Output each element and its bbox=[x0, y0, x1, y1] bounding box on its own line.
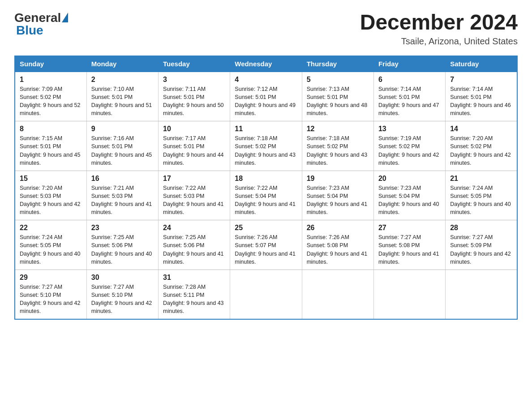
table-row: 25 Sunrise: 7:26 AMSunset: 5:07 PMDaylig… bbox=[230, 220, 302, 270]
table-row: 9 Sunrise: 7:16 AMSunset: 5:01 PMDayligh… bbox=[86, 121, 158, 171]
day-info: Sunrise: 7:18 AMSunset: 5:02 PMDaylight:… bbox=[307, 135, 368, 166]
table-row bbox=[373, 270, 445, 319]
day-info: Sunrise: 7:22 AMSunset: 5:04 PMDaylight:… bbox=[235, 185, 296, 215]
day-info: Sunrise: 7:27 AMSunset: 5:09 PMDaylight:… bbox=[450, 234, 511, 265]
header-friday: Friday bbox=[373, 56, 445, 72]
day-number: 23 bbox=[91, 224, 154, 232]
table-row bbox=[302, 270, 373, 319]
logo-triangle-icon bbox=[62, 13, 68, 22]
table-row: 31 Sunrise: 7:28 AMSunset: 5:11 PMDaylig… bbox=[159, 270, 230, 319]
table-row: 3 Sunrise: 7:11 AMSunset: 5:01 PMDayligh… bbox=[159, 72, 230, 121]
day-info: Sunrise: 7:13 AMSunset: 5:01 PMDaylight:… bbox=[307, 86, 368, 116]
table-row: 17 Sunrise: 7:22 AMSunset: 5:03 PMDaylig… bbox=[159, 171, 230, 220]
header-wednesday: Wednesday bbox=[230, 56, 302, 72]
day-info: Sunrise: 7:16 AMSunset: 5:01 PMDaylight:… bbox=[91, 135, 152, 166]
day-info: Sunrise: 7:14 AMSunset: 5:01 PMDaylight:… bbox=[450, 86, 511, 116]
day-number: 14 bbox=[450, 125, 512, 133]
day-number: 3 bbox=[163, 76, 225, 84]
table-row bbox=[230, 270, 302, 319]
day-number: 1 bbox=[20, 76, 82, 84]
day-number: 31 bbox=[163, 274, 225, 282]
day-info: Sunrise: 7:25 AMSunset: 5:06 PMDaylight:… bbox=[163, 234, 224, 265]
table-row: 5 Sunrise: 7:13 AMSunset: 5:01 PMDayligh… bbox=[302, 72, 373, 121]
day-number: 30 bbox=[91, 274, 154, 282]
day-info: Sunrise: 7:17 AMSunset: 5:01 PMDaylight:… bbox=[163, 135, 224, 166]
table-row: 10 Sunrise: 7:17 AMSunset: 5:01 PMDaylig… bbox=[159, 121, 230, 171]
day-number: 28 bbox=[450, 224, 512, 232]
day-number: 25 bbox=[235, 224, 297, 232]
day-number: 29 bbox=[20, 274, 82, 282]
day-number: 8 bbox=[20, 125, 82, 133]
day-info: Sunrise: 7:24 AMSunset: 5:05 PMDaylight:… bbox=[20, 234, 81, 265]
table-row: 1 Sunrise: 7:09 AMSunset: 5:02 PMDayligh… bbox=[15, 72, 86, 121]
table-row: 4 Sunrise: 7:12 AMSunset: 5:01 PMDayligh… bbox=[230, 72, 302, 121]
day-info: Sunrise: 7:18 AMSunset: 5:02 PMDaylight:… bbox=[235, 135, 296, 166]
table-row: 11 Sunrise: 7:18 AMSunset: 5:02 PMDaylig… bbox=[230, 121, 302, 171]
day-number: 11 bbox=[235, 125, 297, 133]
day-info: Sunrise: 7:26 AMSunset: 5:07 PMDaylight:… bbox=[235, 234, 296, 265]
day-number: 20 bbox=[378, 175, 441, 183]
day-number: 13 bbox=[378, 125, 441, 133]
table-row: 2 Sunrise: 7:10 AMSunset: 5:01 PMDayligh… bbox=[86, 72, 158, 121]
table-row: 19 Sunrise: 7:23 AMSunset: 5:04 PMDaylig… bbox=[302, 171, 373, 220]
table-row: 29 Sunrise: 7:27 AMSunset: 5:10 PMDaylig… bbox=[15, 270, 86, 319]
day-number: 4 bbox=[235, 76, 297, 84]
table-row: 18 Sunrise: 7:22 AMSunset: 5:04 PMDaylig… bbox=[230, 171, 302, 220]
day-number: 2 bbox=[91, 76, 154, 84]
day-number: 12 bbox=[307, 125, 369, 133]
day-number: 16 bbox=[91, 175, 154, 183]
calendar-week-row: 15 Sunrise: 7:20 AMSunset: 5:03 PMDaylig… bbox=[15, 171, 517, 220]
table-row: 24 Sunrise: 7:25 AMSunset: 5:06 PMDaylig… bbox=[159, 220, 230, 270]
day-info: Sunrise: 7:23 AMSunset: 5:04 PMDaylight:… bbox=[378, 185, 439, 215]
header-saturday: Saturday bbox=[446, 56, 517, 72]
day-number: 5 bbox=[307, 76, 369, 84]
day-info: Sunrise: 7:25 AMSunset: 5:06 PMDaylight:… bbox=[91, 234, 152, 265]
day-info: Sunrise: 7:27 AMSunset: 5:10 PMDaylight:… bbox=[20, 284, 81, 314]
day-info: Sunrise: 7:10 AMSunset: 5:01 PMDaylight:… bbox=[91, 86, 152, 116]
day-info: Sunrise: 7:20 AMSunset: 5:02 PMDaylight:… bbox=[450, 135, 511, 166]
day-number: 19 bbox=[307, 175, 369, 183]
calendar-week-row: 22 Sunrise: 7:24 AMSunset: 5:05 PMDaylig… bbox=[15, 220, 517, 270]
calendar-week-row: 29 Sunrise: 7:27 AMSunset: 5:10 PMDaylig… bbox=[15, 270, 517, 319]
header-thursday: Thursday bbox=[302, 56, 373, 72]
day-number: 10 bbox=[163, 125, 225, 133]
table-row: 22 Sunrise: 7:24 AMSunset: 5:05 PMDaylig… bbox=[15, 220, 86, 270]
page-header: General Blue December 2024 Tsaile, Arizo… bbox=[14, 11, 518, 47]
day-number: 15 bbox=[20, 175, 82, 183]
table-row: 26 Sunrise: 7:26 AMSunset: 5:08 PMDaylig… bbox=[302, 220, 373, 270]
day-number: 24 bbox=[163, 224, 225, 232]
day-info: Sunrise: 7:22 AMSunset: 5:03 PMDaylight:… bbox=[163, 185, 224, 215]
table-row: 16 Sunrise: 7:21 AMSunset: 5:03 PMDaylig… bbox=[86, 171, 158, 220]
table-row: 30 Sunrise: 7:27 AMSunset: 5:10 PMDaylig… bbox=[86, 270, 158, 319]
day-info: Sunrise: 7:20 AMSunset: 5:03 PMDaylight:… bbox=[20, 185, 81, 215]
day-info: Sunrise: 7:21 AMSunset: 5:03 PMDaylight:… bbox=[91, 185, 152, 215]
table-row: 27 Sunrise: 7:27 AMSunset: 5:08 PMDaylig… bbox=[373, 220, 445, 270]
day-info: Sunrise: 7:15 AMSunset: 5:01 PMDaylight:… bbox=[20, 135, 81, 166]
table-row: 8 Sunrise: 7:15 AMSunset: 5:01 PMDayligh… bbox=[15, 121, 86, 171]
logo-blue-text: Blue bbox=[16, 23, 43, 38]
header-monday: Monday bbox=[86, 56, 158, 72]
day-number: 27 bbox=[378, 224, 441, 232]
day-info: Sunrise: 7:27 AMSunset: 5:10 PMDaylight:… bbox=[91, 284, 152, 314]
table-row: 21 Sunrise: 7:24 AMSunset: 5:05 PMDaylig… bbox=[446, 171, 517, 220]
day-number: 21 bbox=[450, 175, 512, 183]
day-number: 17 bbox=[163, 175, 225, 183]
title-block: December 2024 Tsaile, Arizona, United St… bbox=[360, 11, 518, 47]
day-number: 7 bbox=[450, 76, 512, 84]
day-info: Sunrise: 7:19 AMSunset: 5:02 PMDaylight:… bbox=[378, 135, 439, 166]
table-row: 12 Sunrise: 7:18 AMSunset: 5:02 PMDaylig… bbox=[302, 121, 373, 171]
table-row: 28 Sunrise: 7:27 AMSunset: 5:09 PMDaylig… bbox=[446, 220, 517, 270]
header-tuesday: Tuesday bbox=[159, 56, 230, 72]
day-info: Sunrise: 7:28 AMSunset: 5:11 PMDaylight:… bbox=[163, 284, 224, 314]
day-number: 6 bbox=[378, 76, 441, 84]
day-info: Sunrise: 7:14 AMSunset: 5:01 PMDaylight:… bbox=[378, 86, 439, 116]
day-info: Sunrise: 7:09 AMSunset: 5:02 PMDaylight:… bbox=[20, 86, 81, 116]
day-info: Sunrise: 7:26 AMSunset: 5:08 PMDaylight:… bbox=[307, 234, 368, 265]
day-number: 22 bbox=[20, 224, 82, 232]
day-number: 18 bbox=[235, 175, 297, 183]
table-row: 20 Sunrise: 7:23 AMSunset: 5:04 PMDaylig… bbox=[373, 171, 445, 220]
day-number: 26 bbox=[307, 224, 369, 232]
table-row: 7 Sunrise: 7:14 AMSunset: 5:01 PMDayligh… bbox=[446, 72, 517, 121]
day-info: Sunrise: 7:23 AMSunset: 5:04 PMDaylight:… bbox=[307, 185, 368, 215]
table-row: 13 Sunrise: 7:19 AMSunset: 5:02 PMDaylig… bbox=[373, 121, 445, 171]
